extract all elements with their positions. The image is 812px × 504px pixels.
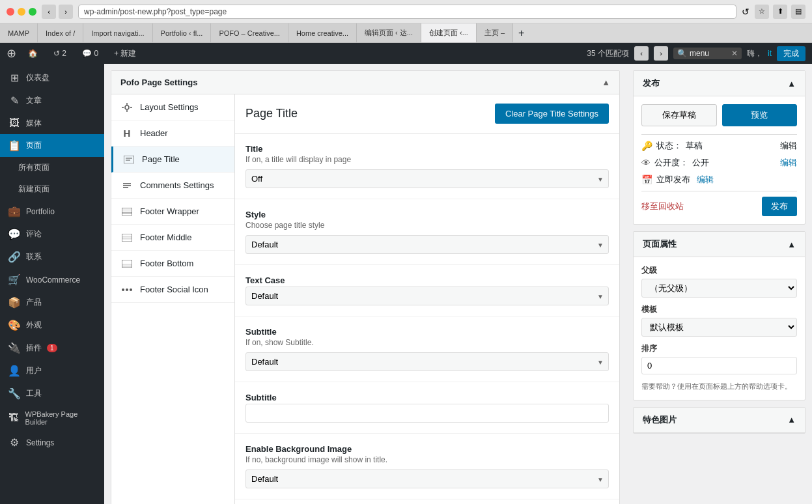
sidebar-item-media[interactable]: 🖼 媒体 (0, 112, 104, 134)
revisions-counter[interactable]: ↺ 2 (49, 46, 70, 61)
pofo-menu-footer-social-icon[interactable]: Footer Social Icon (111, 277, 234, 303)
sidebar-item-woocommerce[interactable]: 🛒 WooCommerce (0, 268, 104, 291)
sidebar-item-products[interactable]: 📦 产品 (0, 291, 104, 314)
sidebar-item-appearance[interactable]: 🎨 外观 (0, 314, 104, 337)
order-field-row: 排序 (641, 343, 797, 374)
preview-button[interactable]: 预览 (722, 104, 798, 126)
sidebar-label-plugins: 插件 (26, 343, 42, 354)
sidebar-item-pages[interactable]: 📋 页面 (0, 134, 104, 157)
clear-search-icon[interactable]: ✕ (731, 49, 738, 58)
add-tab-button[interactable]: + (513, 27, 529, 39)
clear-page-title-settings-button[interactable]: Clear Page Title Settings (495, 104, 609, 124)
tab-home[interactable]: Home creative... (288, 23, 357, 43)
svg-rect-13 (122, 208, 132, 212)
field-select-text-case[interactable]: Default Uppercase Lowercase (245, 287, 609, 305)
footer-bottom-icon (120, 259, 133, 268)
sidebar-item-users[interactable]: 👤 用户 (0, 359, 104, 382)
pofo-content-title: Page Title (245, 107, 298, 120)
forward-button[interactable]: › (59, 5, 73, 19)
tab-index[interactable]: Index of / (38, 23, 83, 43)
sidebar-item-new-page[interactable]: 新建页面 (0, 178, 104, 200)
pofo-menu-header[interactable]: H Header (111, 120, 234, 147)
pofo-menu-page-title[interactable]: Page Title (111, 147, 234, 173)
search-input[interactable] (690, 49, 729, 58)
pofo-menu-footer-middle[interactable]: Footer Middle (111, 225, 234, 251)
complete-button[interactable]: 完成 (777, 46, 805, 61)
pofo-menu-footer-bottom[interactable]: Footer Bottom (111, 251, 234, 277)
svg-point-19 (126, 288, 128, 291)
browser-url[interactable]: wp-admin/post-new.php?post_type=page (78, 5, 736, 19)
publish-button[interactable]: 发布 (762, 197, 797, 216)
field-label-enable-bg-image: Enable Background Image (245, 444, 609, 454)
page-attributes-panel-header[interactable]: 页面属性 ▲ (634, 232, 805, 257)
pofo-menu-layout-settings[interactable]: Layout Settings (111, 94, 234, 120)
tab-create[interactable]: 创建页面 ‹... (421, 23, 477, 43)
field-select-subtitle[interactable]: Default On Off (245, 352, 609, 371)
trash-link[interactable]: 移至回收站 (641, 201, 684, 212)
publish-time-row: 📅 立即发布 编辑 (641, 174, 797, 186)
tab-main[interactable]: 主页 – (477, 23, 513, 43)
new-page-button[interactable]: + 新建 (110, 46, 140, 62)
sidebar: ⊞ 仪表盘 ✎ 文章 🖼 媒体 📋 页面 所有页面 新建页面 💼 Portfol… (0, 64, 104, 504)
pofo-menu-footer-wrapper[interactable]: Footer Wrapper (111, 199, 234, 225)
sidebar-label-posts: 文章 (26, 95, 42, 106)
key-icon: 🔑 (641, 141, 652, 151)
visibility-edit[interactable]: 编辑 (780, 157, 797, 169)
publish-time-edit[interactable]: 编辑 (697, 174, 714, 186)
prev-match-button[interactable]: ‹ (634, 46, 649, 61)
tab-portfolio[interactable]: Portfolio ‹ fl... (153, 23, 212, 43)
next-match-button[interactable]: › (654, 46, 668, 61)
parent-select[interactable]: （无父级） (641, 279, 797, 298)
tab-edit[interactable]: 编辑页面 ‹ 达... (357, 23, 421, 43)
user-label[interactable]: it (768, 49, 772, 58)
minimize-dot[interactable] (18, 8, 25, 16)
publish-panel: 发布 ▲ 保存草稿 预览 🔑 状态： 草稿 编辑 (633, 70, 805, 225)
featured-image-panel-header[interactable]: 特色图片 ▲ (634, 408, 805, 433)
pofo-menu-comments[interactable]: Comments Settings (111, 173, 234, 199)
field-select-enable-bg-image[interactable]: Default Yes No (245, 469, 609, 488)
sidebar-item-tools[interactable]: 🔧 工具 (0, 382, 104, 405)
pofo-panel-collapse-button[interactable]: ▲ (602, 77, 610, 87)
field-select-wrap-enable-bg-image: Default Yes No ▼ (245, 469, 609, 488)
home-icon[interactable]: 🏠 (24, 46, 42, 61)
sidebar-item-dashboard[interactable]: ⊞ 仪表盘 (0, 66, 104, 89)
footer-wrapper-icon (120, 207, 133, 216)
pofo-content-header: Page Title Clear Page Title Settings (235, 94, 619, 133)
sidebar-item-plugins[interactable]: 🔌 插件 1 (0, 337, 104, 359)
form-row-enable-bg-image: Enable Background Image If no, backgroun… (235, 434, 619, 499)
order-input[interactable] (641, 357, 797, 374)
comments-settings-icon (120, 181, 133, 190)
template-field-label: 模板 (641, 304, 797, 315)
sidebar-item-all-pages[interactable]: 所有页面 (0, 157, 104, 178)
save-draft-button[interactable]: 保存草稿 (641, 104, 717, 126)
sidebar-toggle-button[interactable]: ▤ (791, 5, 805, 19)
sidebar-item-comments[interactable]: 💬 评论 (0, 223, 104, 245)
status-edit[interactable]: 编辑 (780, 140, 797, 152)
field-input-subtitle[interactable] (245, 404, 609, 423)
tab-mamp[interactable]: MAMP (0, 23, 38, 43)
maximize-dot[interactable] (29, 8, 36, 16)
sidebar-item-settings[interactable]: ⚙ Settings (0, 431, 104, 454)
tab-pofo[interactable]: POFO – Creative... (211, 23, 288, 43)
sidebar-item-links[interactable]: 🔗 联系 (0, 245, 104, 268)
sidebar-item-portfolio[interactable]: 💼 Portfolio (0, 200, 104, 223)
reload-button[interactable]: ↺ (742, 7, 749, 17)
field-label-subtitle-select: Subtitle (245, 327, 609, 337)
back-button[interactable]: ‹ (42, 5, 56, 19)
field-select-style[interactable]: Default Style 1 Style 2 (245, 235, 609, 254)
sidebar-label-pages: 页面 (26, 140, 42, 151)
sidebar-label-tools: 工具 (26, 388, 42, 399)
sidebar-item-posts[interactable]: ✎ 文章 (0, 89, 104, 112)
field-select-title[interactable]: Off On Default (245, 169, 609, 188)
comments-counter[interactable]: 💬 0 (78, 46, 102, 61)
publish-panel-header[interactable]: 发布 ▲ (634, 71, 805, 96)
template-select[interactable]: 默认模板 (641, 318, 797, 337)
parent-field-label: 父级 (641, 265, 797, 276)
sidebar-label-dashboard: 仪表盘 (26, 72, 49, 83)
star-button[interactable]: ☆ (755, 5, 769, 19)
sidebar-item-wpbakery[interactable]: 🏗 WPBakery Page Builder (0, 405, 104, 431)
close-dot[interactable] (7, 8, 14, 16)
tab-import[interactable]: Import navigati... (83, 23, 152, 43)
share-button[interactable]: ⬆ (773, 5, 787, 19)
header-label: Header (140, 128, 168, 138)
